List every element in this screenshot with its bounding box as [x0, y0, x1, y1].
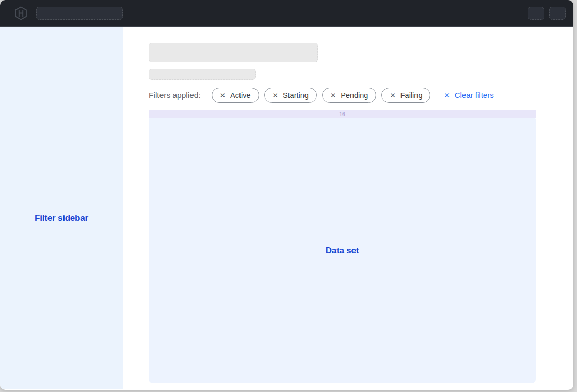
page-body: Filter sidebar Filters applied: ✕ Active: [0, 27, 573, 389]
chip-remove-icon[interactable]: ✕: [273, 91, 278, 100]
app-window: Filter sidebar Filters applied: ✕ Active: [0, 0, 573, 390]
result-count: 16: [339, 111, 345, 117]
page-title-placeholder: [149, 43, 318, 62]
filter-chip[interactable]: ✕ Pending: [322, 88, 377, 103]
chip-remove-icon[interactable]: ✕: [220, 91, 226, 100]
page-subtitle-placeholder: [149, 69, 256, 80]
filter-chip[interactable]: ✕ Starting: [264, 88, 317, 103]
nav-action-button-1[interactable]: [528, 7, 544, 20]
filter-sidebar: Filter sidebar: [0, 27, 123, 389]
chip-label: Failing: [400, 91, 423, 100]
result-count-bar: 16: [149, 110, 536, 118]
main-content: Filters applied: ✕ Active ✕ Starting: [123, 27, 573, 389]
filter-sidebar-label: Filter sidebar: [35, 213, 88, 223]
clear-filters-label: Clear filters: [455, 91, 494, 100]
filter-chip[interactable]: ✕ Failing: [381, 88, 430, 103]
data-set-label: Data set: [326, 246, 359, 256]
clear-filters-link[interactable]: ✕ Clear filters: [444, 91, 493, 100]
filters-applied-label: Filters applied:: [149, 91, 201, 100]
filter-chip[interactable]: ✕ Active: [212, 88, 259, 103]
chip-label: Starting: [283, 91, 309, 100]
applied-filters-row: Filters applied: ✕ Active ✕ Starting: [149, 88, 573, 103]
search-input[interactable]: [36, 7, 123, 20]
chip-label: Active: [230, 91, 251, 100]
clear-filters-x-icon: ✕: [444, 91, 450, 100]
chip-remove-icon[interactable]: ✕: [330, 91, 336, 100]
chip-label: Pending: [341, 91, 368, 100]
nav-action-button-2[interactable]: [549, 7, 566, 20]
filter-chips: ✕ Active ✕ Starting ✕ Pending: [212, 88, 431, 103]
chip-remove-icon[interactable]: ✕: [390, 91, 395, 100]
top-nav-bar: [0, 0, 573, 27]
data-set-region: Data set: [149, 118, 536, 383]
hashicorp-logo-icon: [14, 6, 28, 20]
